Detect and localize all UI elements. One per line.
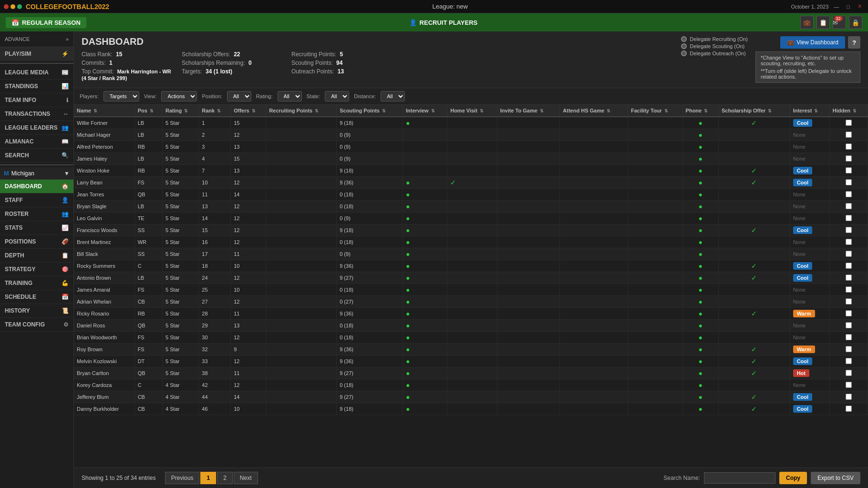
minimize-btn[interactable]: — xyxy=(831,3,841,10)
table-row[interactable]: Korey CardozaC4 Star42120 (18)●●None xyxy=(74,379,868,391)
hidden-checkbox[interactable] xyxy=(846,239,852,245)
mail-icon[interactable]: ✉ 32 xyxy=(833,16,846,29)
col-rec-pts[interactable]: Recruiting Points ⇅ xyxy=(266,105,337,117)
delegate-recruiting[interactable]: Delegate Recruiting (On) xyxy=(681,36,748,42)
table-row[interactable]: Alfred PetersonRB5 Star3130 (9)●None xyxy=(74,141,868,153)
search-name-input[interactable] xyxy=(704,472,775,484)
col-scholarship[interactable]: Scholarship Offer ⇅ xyxy=(719,105,790,117)
sidebar-item-search[interactable]: SEARCH 🔍 xyxy=(0,149,73,163)
delegate-recruiting-toggle[interactable] xyxy=(681,36,687,42)
hidden-checkbox[interactable] xyxy=(846,263,852,269)
season-section[interactable]: 📅 REGULAR SEASON xyxy=(6,17,86,28)
table-row[interactable]: James AmaralFS5 Star25100 (18)●●None xyxy=(74,284,868,296)
table-row[interactable]: Adrian WhelanCB5 Star27120 (27)●●None xyxy=(74,296,868,308)
sidebar-item-dashboard[interactable]: DASHBOARD 🏠 xyxy=(0,180,73,193)
col-name[interactable]: Name ⇅ xyxy=(74,105,134,117)
hidden-checkbox[interactable] xyxy=(846,132,852,138)
sidebar-item-team-config[interactable]: TEAM CONFIG ⚙ xyxy=(0,318,73,332)
delegate-scouting-toggle[interactable] xyxy=(681,43,687,49)
hidden-checkbox[interactable] xyxy=(846,120,852,126)
sidebar-item-positions[interactable]: POSITIONS 🏈 xyxy=(0,235,73,249)
table-row[interactable]: Antonio BrownLB5 Star24129 (27)●●✓Cool xyxy=(74,272,868,284)
position-select[interactable]: All xyxy=(227,91,251,102)
prev-btn[interactable]: Previous xyxy=(165,472,200,484)
hidden-checkbox[interactable] xyxy=(846,143,852,150)
hidden-checkbox[interactable] xyxy=(846,346,852,352)
table-row[interactable]: Jefferey BlumCB4 Star44149 (27)●●✓Cool xyxy=(74,391,868,403)
rating-select[interactable]: All xyxy=(278,91,302,102)
col-invite-game[interactable]: Invite To Game ⇅ xyxy=(497,105,560,117)
distance-select[interactable]: All xyxy=(381,91,405,102)
hidden-checkbox[interactable] xyxy=(846,167,852,173)
window-controls[interactable] xyxy=(4,4,22,9)
table-row[interactable]: Michael HagerLB5 Star2120 (9)●None xyxy=(74,129,868,141)
col-rating[interactable]: Rating ⇅ xyxy=(163,105,199,117)
col-home-visit[interactable]: Home Visit ⇅ xyxy=(447,105,497,117)
hidden-checkbox[interactable] xyxy=(846,227,852,233)
sidebar-item-transactions[interactable]: TRANSACTIONS ↔ xyxy=(0,107,73,121)
hidden-checkbox[interactable] xyxy=(846,191,852,197)
sidebar-item-standings[interactable]: STANDINGS 📊 xyxy=(0,80,73,93)
sidebar-item-strategy[interactable]: STRATEGY 🎯 xyxy=(0,263,73,276)
hidden-checkbox[interactable] xyxy=(846,215,852,221)
sidebar-item-schedule[interactable]: SCHEDULE 📅 xyxy=(0,290,73,304)
hidden-checkbox[interactable] xyxy=(846,310,852,316)
players-select[interactable]: Targets xyxy=(103,91,139,102)
table-row[interactable]: Daniel RossQB5 Star29130 (18)●●None xyxy=(74,320,868,332)
hidden-checkbox[interactable] xyxy=(846,358,852,364)
hidden-checkbox[interactable] xyxy=(846,298,852,305)
table-row[interactable]: Brent MartinezWR5 Star16120 (18)●●None xyxy=(74,236,868,248)
col-attend-hs[interactable]: Attend HS Game ⇅ xyxy=(560,105,628,117)
hidden-checkbox[interactable] xyxy=(846,155,852,162)
table-row[interactable]: Bryan SlagleLB5 Star13120 (18)●●None xyxy=(74,201,868,213)
col-facility[interactable]: Facility Tour ⇅ xyxy=(628,105,683,117)
col-rank[interactable]: Rank ⇅ xyxy=(199,105,231,117)
col-interview[interactable]: Interview ⇅ xyxy=(403,105,447,117)
col-hidden[interactable]: Hidden ⇅ xyxy=(829,105,868,117)
briefcase-icon[interactable]: 💼 xyxy=(800,16,814,29)
delegate-outreach[interactable]: Delegate Outreach (On) xyxy=(681,51,748,56)
hidden-checkbox[interactable] xyxy=(846,179,852,185)
export-csv-btn[interactable]: Export to CSV xyxy=(811,472,860,484)
hidden-checkbox[interactable] xyxy=(846,382,852,388)
copy-btn[interactable]: Copy xyxy=(779,472,807,484)
help-btn[interactable]: ? xyxy=(848,36,860,49)
col-scout-pts[interactable]: Scouting Points ⇅ xyxy=(337,105,403,117)
sidebar-item-stats[interactable]: STATS 📈 xyxy=(0,221,73,235)
maximize-btn[interactable]: □ xyxy=(844,3,852,10)
view-dashboard-btn[interactable]: 💼 View Dashboard xyxy=(780,36,845,49)
hidden-checkbox[interactable] xyxy=(846,394,852,400)
delegate-scouting[interactable]: Delegate Scouting (On) xyxy=(681,43,748,49)
hidden-checkbox[interactable] xyxy=(846,334,852,340)
table-row[interactable]: Bryan CarltonQB5 Star38119 (27)●●✓Hot xyxy=(74,367,868,379)
team-selector[interactable]: M Michigan ▼ xyxy=(0,167,73,180)
col-pos[interactable]: Pos ⇅ xyxy=(134,105,162,117)
sidebar-item-history[interactable]: HISTORY 📜 xyxy=(0,304,73,318)
col-offers[interactable]: Offers ⇅ xyxy=(231,105,266,117)
hidden-checkbox[interactable] xyxy=(846,322,852,328)
table-row[interactable]: Melvin KozlowskiDT5 Star33129 (36)●●✓Coo… xyxy=(74,356,868,367)
table-row[interactable]: James HaleyLB5 Star4150 (9)●None xyxy=(74,153,868,165)
close-btn[interactable]: ✕ xyxy=(855,2,864,10)
sidebar-item-training[interactable]: TRAINING 💪 xyxy=(0,276,73,290)
sidebar-item-roster[interactable]: ROSTER 👥 xyxy=(0,207,73,221)
sidebar-item-playsim[interactable]: PLAY/SIM ⚡ xyxy=(0,47,73,61)
table-row[interactable]: Leo GalvinTE5 Star14120 (9)●●None xyxy=(74,213,868,224)
view-select[interactable]: Actions xyxy=(161,91,197,102)
sidebar-item-league-leaders[interactable]: LEAGUE LEADERS 👥 xyxy=(0,121,73,135)
table-row[interactable]: Francisco WoodsSS5 Star15129 (18)●●✓Cool xyxy=(74,224,868,236)
clipboard-icon[interactable]: 📋 xyxy=(816,16,830,29)
hidden-checkbox[interactable] xyxy=(846,370,852,376)
table-row[interactable]: Willie FortnerLB5 Star1159 (18)●●✓Cool xyxy=(74,117,868,129)
table-row[interactable]: Larry BeanFS5 Star10129 (36)●✓●✓Cool xyxy=(74,177,868,189)
table-row[interactable]: Danny BurkholderCB4 Star46109 (18)●●✓Coo… xyxy=(74,403,868,415)
table-row[interactable]: Winston HokeRB5 Star7139 (18)●✓Cool xyxy=(74,165,868,177)
advance-btn[interactable]: ADVANCE » xyxy=(5,34,69,44)
hidden-checkbox[interactable] xyxy=(846,274,852,281)
sidebar-item-depth[interactable]: DEPTH 📋 xyxy=(0,249,73,263)
delegate-outreach-toggle[interactable] xyxy=(681,51,687,56)
next-btn[interactable]: Next xyxy=(234,472,258,484)
state-select[interactable]: All xyxy=(325,91,349,102)
table-row[interactable]: Roy BrownFS5 Star3299 (36)●●✓Warm xyxy=(74,344,868,356)
sidebar-item-team-info[interactable]: TEAM INFO ℹ xyxy=(0,93,73,107)
